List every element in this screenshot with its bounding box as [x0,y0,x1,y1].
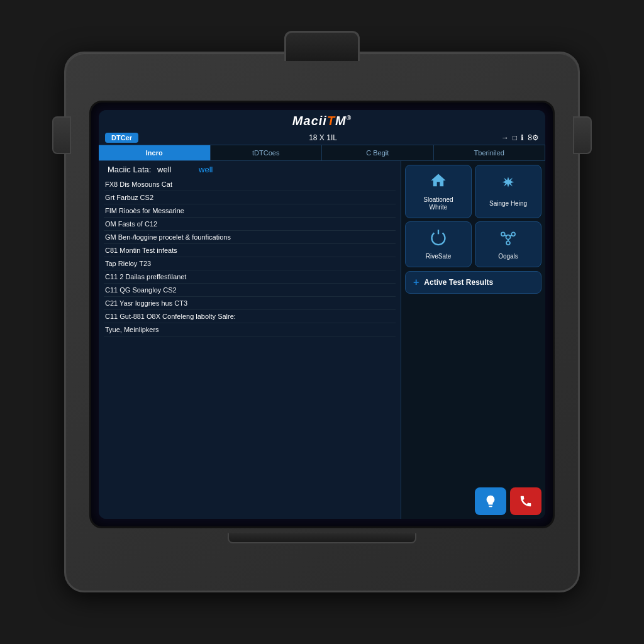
quick-btn-oogals-label: Oogals [498,253,518,260]
nav-tabs: Incro tDTCoes C Begit Tberiniled [99,145,545,161]
list-item[interactable]: C21 Yasr loggries hus CT3 [104,297,396,310]
list-item[interactable]: Tyue, Meinlipkers [104,323,396,336]
svg-point-2 [511,232,515,236]
vehicle-status2: well [199,165,213,174]
vehicle-status1: well [157,165,171,174]
asterisk-icon [499,175,517,197]
device-side-left [52,116,71,154]
list-item[interactable]: FX8 Dis Mosouns Cat [104,178,396,191]
quick-btn-rivesate[interactable]: RiveSate [405,221,472,267]
list-item[interactable]: GM Ben-/loggine procelet & founfications [104,231,396,244]
vehicle-label: Maciic Lata: well well [104,165,396,174]
quick-btn-sainge[interactable]: Sainge Heing [475,165,541,218]
power-icon [430,228,447,250]
icon-square: □ [513,133,517,142]
tab-cbegit[interactable]: C Begit [322,145,434,160]
quick-btn-sloationed[interactable]: SloationedWhrite [405,165,472,218]
icon-arrow: → [501,133,509,142]
list-item[interactable]: C11 2 Dailas preffest\lanet [104,270,396,284]
icon-bluetooth: ℹ [521,133,524,142]
house-icon [430,172,447,193]
device-body: MaciiTM® DTCer 18 X 1IL → □ ℹ 8⚙ Incro t… [64,52,580,592]
quick-btn-rivesate-label: RiveSate [426,253,452,260]
top-bar: DTCer 18 X 1IL → □ ℹ 8⚙ [99,131,545,145]
vehicle-label-text: Maciic Lata: [108,165,151,174]
quick-btn-sloationed-label: SloationedWhrite [423,196,453,211]
list-item[interactable]: OM Fasts of C12 [104,218,396,231]
main-content: Maciic Lata: well well FX8 Dis Mosouns C… [99,161,545,519]
top-bar-icons: → □ ℹ 8⚙ [501,133,539,142]
list-item[interactable]: Tap Rieloy T23 [104,257,396,270]
phone-button[interactable] [510,487,541,515]
svg-point-1 [501,232,505,236]
screen-bezel: MaciiTM® DTCer 18 X 1IL → □ ℹ 8⚙ Incro t… [89,101,555,528]
device-bottom-strip [228,533,416,543]
left-panel: Maciic Lata: well well FX8 Dis Mosouns C… [99,161,401,519]
active-test-results-btn[interactable]: + Active Test Results [405,271,541,294]
bottom-action-row [405,487,541,515]
brand-title: MaciiTM® [99,114,545,128]
quick-btn-oogals[interactable]: Oogals [475,221,541,267]
quick-btn-sainge-label: Sainge Heing [489,200,527,208]
dots-icon [499,228,517,250]
top-bar-center-text: 18 X 1IL [145,133,501,142]
tab-dtcoes[interactable]: tDTCoes [211,145,323,160]
tab-incro[interactable]: Incro [99,145,211,160]
bulb-button[interactable] [475,487,506,515]
quick-buttons-grid: SloationedWhrite Sainge Heing [405,165,541,267]
right-panel: SloationedWhrite Sainge Heing [401,161,545,519]
icon-battery: 8⚙ [528,133,539,142]
screen-header: MaciiTM® [99,110,545,131]
active-test-results-label: Active Test Results [424,278,493,287]
tab-tberiniled[interactable]: Tberiniled [434,145,546,160]
list-item[interactable]: C81 Montin Test infeats [104,244,396,257]
plus-icon: + [413,277,419,288]
list-item[interactable]: FIM Riooès for Messarine [104,204,396,218]
svg-point-0 [506,235,511,240]
list-item[interactable]: C11 QG Soangloy CS2 [104,284,396,297]
brand-orange: T [327,114,335,128]
device-side-right [573,116,592,154]
device-handle [284,31,360,61]
dtc-badge[interactable]: DTCer [105,133,138,143]
screen: MaciiTM® DTCer 18 X 1IL → □ ℹ 8⚙ Incro t… [99,110,545,519]
list-item[interactable]: Grt Farbuz CS2 [104,191,396,204]
svg-point-3 [506,241,510,245]
list-item[interactable]: C11 Gut-881 O8X Confeleng labolty Salre: [104,310,396,323]
